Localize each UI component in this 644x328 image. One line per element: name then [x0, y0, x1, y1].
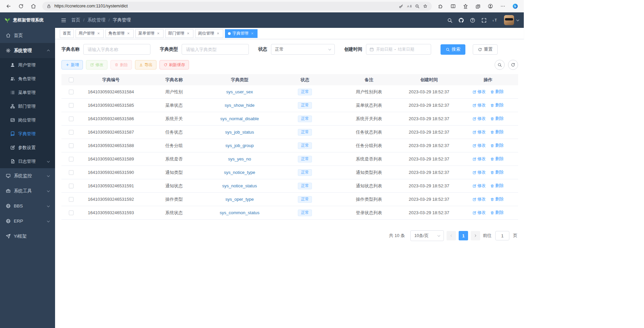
dict-type-link[interactable]: sys_job_group: [225, 143, 254, 148]
dict-type-link[interactable]: sys_notice_type: [224, 170, 255, 175]
sidebar-item-bbs[interactable]: BBS: [0, 198, 55, 214]
row-checkbox[interactable]: [69, 116, 74, 121]
dict-type-link[interactable]: sys_yes_no: [228, 156, 251, 161]
row-delete-button[interactable]: 删除: [490, 89, 504, 95]
sidebar-item-erp[interactable]: ERP: [0, 214, 55, 229]
goto-page-input[interactable]: [495, 231, 509, 240]
dict-type-link[interactable]: sys_job_status: [225, 130, 254, 135]
row-delete-button[interactable]: 删除: [490, 156, 504, 162]
tab-role-management[interactable]: 角色管理: [105, 29, 134, 38]
browser-profile-icon[interactable]: [485, 1, 496, 11]
end-date-placeholder[interactable]: 结束日期: [398, 47, 414, 52]
sidebar-item-system-tools[interactable]: 系统工具: [0, 183, 55, 198]
row-checkbox[interactable]: [69, 103, 74, 108]
row-edit-button[interactable]: 修改: [472, 156, 486, 162]
close-icon[interactable]: [186, 31, 190, 36]
select-all-checkbox[interactable]: [69, 78, 74, 82]
refresh-cache-button[interactable]: 刷新缓存: [159, 60, 189, 69]
row-delete-button[interactable]: 删除: [490, 116, 504, 122]
date-range-picker[interactable]: 开始日期 - 结束日期: [366, 44, 431, 55]
tab-dept-management[interactable]: 部门管理: [165, 29, 193, 38]
row-checkbox[interactable]: [69, 157, 74, 161]
help-icon[interactable]: [470, 17, 475, 23]
row-checkbox[interactable]: [69, 197, 74, 202]
delete-button[interactable]: 删除: [110, 60, 132, 69]
row-edit-button[interactable]: 修改: [472, 183, 486, 189]
row-delete-button[interactable]: 删除: [490, 143, 504, 148]
avatar-caret-icon[interactable]: [516, 18, 519, 21]
dict-type-link[interactable]: sys_normal_disable: [220, 116, 259, 121]
reset-button[interactable]: 重置: [473, 44, 498, 55]
start-date-placeholder[interactable]: 开始日期: [376, 47, 393, 52]
font-size-icon[interactable]: tT: [493, 17, 498, 23]
row-delete-button[interactable]: 删除: [490, 210, 504, 216]
row-delete-button[interactable]: 删除: [490, 129, 504, 135]
fullscreen-icon[interactable]: [481, 17, 487, 23]
more-menu-icon[interactable]: [497, 1, 508, 11]
close-icon[interactable]: [250, 31, 255, 36]
sidebar-item-param-settings[interactable]: 参数设置: [0, 141, 55, 154]
sidebar-item-post-management[interactable]: 岗位管理: [0, 113, 55, 127]
github-icon[interactable]: [458, 17, 464, 23]
toggle-search-button[interactable]: [495, 60, 505, 70]
breadcrumb-home[interactable]: 首页: [71, 17, 80, 23]
password-key-icon[interactable]: [399, 4, 404, 9]
edit-button[interactable]: 修改: [86, 60, 107, 69]
dict-name-input[interactable]: [83, 44, 150, 55]
collections-icon[interactable]: [472, 1, 484, 11]
next-page-button[interactable]: [471, 231, 480, 240]
dict-type-input[interactable]: [182, 44, 249, 55]
export-button[interactable]: 导出: [135, 60, 156, 69]
zoom-out-icon[interactable]: [415, 4, 420, 9]
row-edit-button[interactable]: 修改: [472, 143, 486, 148]
row-delete-button[interactable]: 删除: [490, 183, 504, 189]
search-button[interactable]: 搜索: [441, 44, 465, 55]
header-search-icon[interactable]: [447, 17, 453, 23]
row-checkbox[interactable]: [69, 143, 74, 148]
sidebar-item-system-monitor[interactable]: 系统监控: [0, 168, 55, 183]
refresh-icon[interactable]: [15, 1, 27, 11]
row-checkbox[interactable]: [69, 130, 74, 135]
close-icon[interactable]: [216, 31, 220, 36]
close-icon[interactable]: [156, 31, 160, 36]
sidebar-item-dept-management[interactable]: 部门管理: [0, 99, 55, 113]
home-icon[interactable]: [28, 1, 39, 11]
tab-user-management[interactable]: 用户管理: [76, 29, 104, 38]
user-avatar[interactable]: [504, 15, 514, 25]
row-edit-button[interactable]: 修改: [472, 196, 486, 202]
row-edit-button[interactable]: 修改: [472, 129, 486, 135]
tab-post-management[interactable]: 岗位管理: [195, 29, 223, 38]
dict-type-link[interactable]: sys_show_hide: [225, 103, 255, 108]
url-text[interactable]: https://ccnetcore.com:1101/system/dict: [54, 4, 396, 8]
sidebar-item-role-management[interactable]: 角色管理: [0, 72, 55, 86]
sidebar-item-log-management[interactable]: 日志管理: [0, 154, 55, 168]
sidebar-item-menu-management[interactable]: 菜单管理: [0, 86, 55, 99]
tab-home[interactable]: 首页: [60, 29, 74, 38]
close-icon[interactable]: [96, 31, 101, 36]
page-1-button[interactable]: 1: [459, 231, 468, 240]
refresh-table-button[interactable]: [508, 60, 518, 70]
hamburger-icon[interactable]: [61, 17, 66, 23]
breadcrumb-system[interactable]: 系统管理: [87, 17, 105, 23]
add-button[interactable]: 新增: [61, 60, 83, 69]
lock-icon[interactable]: [46, 4, 51, 9]
read-aloud-icon[interactable]: A: [407, 4, 412, 9]
sidebar-item-dict-management[interactable]: 字典管理: [0, 127, 55, 141]
favorite-star-icon[interactable]: [423, 4, 428, 9]
row-delete-button[interactable]: 删除: [490, 196, 504, 202]
close-icon[interactable]: [126, 31, 131, 36]
dict-type-link[interactable]: sys_common_status: [220, 210, 260, 215]
extensions-icon[interactable]: [435, 1, 446, 11]
row-checkbox[interactable]: [69, 170, 74, 175]
bing-chat-icon[interactable]: b: [510, 1, 521, 11]
page-size-select[interactable]: 10条/页: [410, 230, 444, 241]
app-logo[interactable]: 意框架管理系统: [0, 12, 55, 28]
dict-type-link[interactable]: sys_oper_type: [225, 197, 254, 202]
row-checkbox[interactable]: [69, 184, 74, 188]
back-icon[interactable]: [3, 1, 14, 11]
address-bar[interactable]: https://ccnetcore.com:1101/system/dict A: [42, 2, 432, 11]
tab-dict-management[interactable]: 字典管理: [225, 29, 258, 38]
sidebar-item-yi-framework[interactable]: Yi框架: [0, 229, 55, 244]
split-screen-icon[interactable]: [448, 1, 459, 11]
row-edit-button[interactable]: 修改: [472, 116, 486, 122]
